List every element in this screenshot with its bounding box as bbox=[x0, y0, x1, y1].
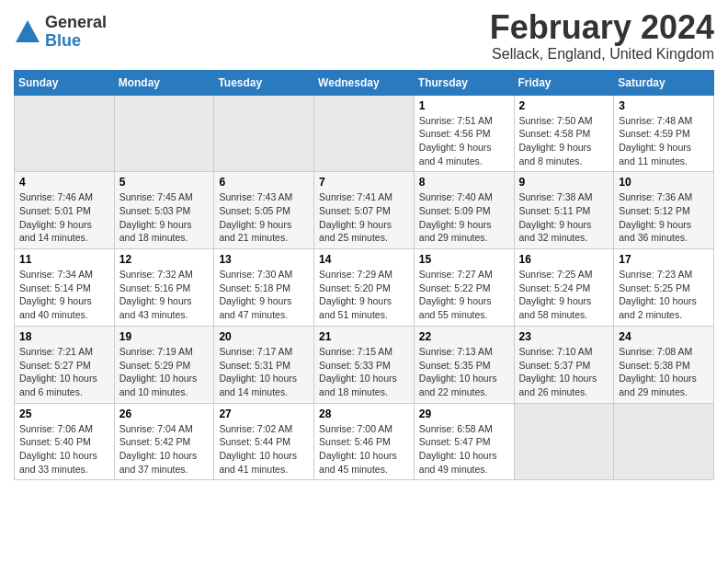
calendar-cell: 25Sunrise: 7:06 AMSunset: 5:40 PMDayligh… bbox=[15, 403, 115, 480]
weekday-header-sunday: Sunday bbox=[15, 70, 115, 95]
calendar-cell: 21Sunrise: 7:15 AMSunset: 5:33 PMDayligh… bbox=[314, 326, 415, 403]
day-info: Sunrise: 7:04 AMSunset: 5:42 PMDaylight:… bbox=[119, 422, 210, 477]
day-number: 14 bbox=[319, 253, 409, 266]
calendar-cell: 1Sunrise: 7:51 AMSunset: 4:56 PMDaylight… bbox=[414, 95, 514, 172]
day-info: Sunrise: 7:19 AMSunset: 5:29 PMDaylight:… bbox=[119, 345, 210, 399]
calendar-cell: 23Sunrise: 7:10 AMSunset: 5:37 PMDayligh… bbox=[514, 326, 614, 403]
day-info: Sunrise: 7:34 AMSunset: 5:14 PMDaylight:… bbox=[19, 268, 109, 322]
day-info: Sunrise: 7:32 AMSunset: 5:16 PMDaylight:… bbox=[119, 268, 210, 322]
day-info: Sunrise: 7:30 AMSunset: 5:18 PMDaylight:… bbox=[219, 268, 309, 322]
day-info: Sunrise: 7:15 AMSunset: 5:33 PMDaylight:… bbox=[319, 345, 409, 399]
calendar-cell: 12Sunrise: 7:32 AMSunset: 5:16 PMDayligh… bbox=[114, 249, 214, 327]
calendar-cell bbox=[314, 95, 415, 172]
calendar-cell bbox=[214, 95, 314, 172]
calendar-cell bbox=[114, 95, 214, 172]
day-info: Sunrise: 7:50 AMSunset: 4:58 PMDaylight:… bbox=[519, 114, 609, 168]
day-number: 24 bbox=[619, 330, 709, 343]
day-number: 15 bbox=[419, 253, 509, 266]
day-number: 10 bbox=[619, 176, 709, 189]
day-number: 29 bbox=[419, 408, 509, 420]
calendar-week-5: 25Sunrise: 7:06 AMSunset: 5:40 PMDayligh… bbox=[15, 403, 714, 480]
calendar-cell: 3Sunrise: 7:48 AMSunset: 4:59 PMDaylight… bbox=[614, 95, 714, 172]
calendar-cell: 2Sunrise: 7:50 AMSunset: 4:58 PMDaylight… bbox=[514, 95, 614, 172]
calendar-cell: 16Sunrise: 7:25 AMSunset: 5:24 PMDayligh… bbox=[514, 249, 614, 327]
calendar-cell: 15Sunrise: 7:27 AMSunset: 5:22 PMDayligh… bbox=[414, 249, 514, 327]
calendar-cell: 11Sunrise: 7:34 AMSunset: 5:14 PMDayligh… bbox=[15, 249, 115, 327]
calendar-title: February 2024 bbox=[490, 9, 714, 46]
calendar-week-4: 18Sunrise: 7:21 AMSunset: 5:27 PMDayligh… bbox=[15, 326, 714, 403]
day-info: Sunrise: 7:40 AMSunset: 5:09 PMDaylight:… bbox=[419, 190, 509, 245]
calendar-cell bbox=[614, 403, 714, 480]
calendar-cell: 22Sunrise: 7:13 AMSunset: 5:35 PMDayligh… bbox=[414, 326, 514, 403]
day-number: 18 bbox=[19, 330, 109, 343]
calendar-body: 1Sunrise: 7:51 AMSunset: 4:56 PMDaylight… bbox=[15, 95, 714, 480]
day-number: 23 bbox=[519, 330, 609, 343]
day-number: 13 bbox=[219, 253, 309, 266]
calendar-location: Sellack, England, United Kingdom bbox=[490, 46, 714, 63]
calendar-cell: 17Sunrise: 7:23 AMSunset: 5:25 PMDayligh… bbox=[614, 249, 714, 327]
calendar-cell: 27Sunrise: 7:02 AMSunset: 5:44 PMDayligh… bbox=[214, 403, 314, 480]
day-info: Sunrise: 7:10 AMSunset: 5:37 PMDaylight:… bbox=[519, 345, 609, 399]
calendar-cell: 4Sunrise: 7:46 AMSunset: 5:01 PMDaylight… bbox=[15, 172, 115, 249]
day-info: Sunrise: 7:02 AMSunset: 5:44 PMDaylight:… bbox=[219, 422, 309, 477]
day-info: Sunrise: 7:46 AMSunset: 5:01 PMDaylight:… bbox=[19, 190, 109, 245]
day-info: Sunrise: 7:38 AMSunset: 5:11 PMDaylight:… bbox=[519, 190, 609, 245]
calendar-cell: 13Sunrise: 7:30 AMSunset: 5:18 PMDayligh… bbox=[214, 249, 314, 327]
day-number: 17 bbox=[619, 253, 709, 266]
day-info: Sunrise: 7:06 AMSunset: 5:40 PMDaylight:… bbox=[19, 422, 109, 477]
calendar-table: SundayMondayTuesdayWednesdayThursdayFrid… bbox=[14, 70, 714, 481]
day-number: 9 bbox=[519, 176, 609, 189]
day-info: Sunrise: 7:36 AMSunset: 5:12 PMDaylight:… bbox=[619, 190, 709, 245]
calendar-cell: 18Sunrise: 7:21 AMSunset: 5:27 PMDayligh… bbox=[15, 326, 115, 403]
calendar-week-3: 11Sunrise: 7:34 AMSunset: 5:14 PMDayligh… bbox=[15, 249, 714, 327]
day-number: 6 bbox=[219, 176, 309, 189]
calendar-cell: 29Sunrise: 6:58 AMSunset: 5:47 PMDayligh… bbox=[414, 403, 514, 480]
calendar-cell: 20Sunrise: 7:17 AMSunset: 5:31 PMDayligh… bbox=[214, 326, 314, 403]
calendar-cell bbox=[514, 403, 614, 480]
calendar-cell: 14Sunrise: 7:29 AMSunset: 5:20 PMDayligh… bbox=[314, 249, 415, 327]
calendar-cell: 28Sunrise: 7:00 AMSunset: 5:46 PMDayligh… bbox=[314, 403, 415, 480]
weekday-header-friday: Friday bbox=[514, 70, 614, 95]
weekday-header-wednesday: Wednesday bbox=[314, 70, 415, 95]
day-info: Sunrise: 7:17 AMSunset: 5:31 PMDaylight:… bbox=[219, 345, 309, 399]
title-area: February 2024 Sellack, England, United K… bbox=[490, 9, 714, 63]
day-info: Sunrise: 7:41 AMSunset: 5:07 PMDaylight:… bbox=[319, 190, 409, 245]
day-number: 3 bbox=[619, 99, 709, 112]
weekday-header-monday: Monday bbox=[114, 70, 214, 95]
day-info: Sunrise: 7:45 AMSunset: 5:03 PMDaylight:… bbox=[119, 190, 210, 245]
weekday-header-thursday: Thursday bbox=[414, 70, 514, 95]
logo-icon bbox=[14, 18, 41, 46]
day-info: Sunrise: 7:08 AMSunset: 5:38 PMDaylight:… bbox=[619, 345, 709, 399]
calendar-cell: 6Sunrise: 7:43 AMSunset: 5:05 PMDaylight… bbox=[214, 172, 314, 249]
day-info: Sunrise: 7:29 AMSunset: 5:20 PMDaylight:… bbox=[319, 268, 409, 322]
calendar-cell: 9Sunrise: 7:38 AMSunset: 5:11 PMDaylight… bbox=[514, 172, 614, 249]
calendar-cell: 19Sunrise: 7:19 AMSunset: 5:29 PMDayligh… bbox=[114, 326, 214, 403]
weekday-header-tuesday: Tuesday bbox=[214, 70, 314, 95]
calendar-cell: 10Sunrise: 7:36 AMSunset: 5:12 PMDayligh… bbox=[614, 172, 714, 249]
day-info: Sunrise: 7:51 AMSunset: 4:56 PMDaylight:… bbox=[419, 114, 509, 168]
day-number: 22 bbox=[419, 330, 509, 343]
day-number: 20 bbox=[219, 330, 309, 343]
day-number: 25 bbox=[19, 408, 109, 420]
day-number: 12 bbox=[119, 253, 210, 266]
day-number: 7 bbox=[319, 176, 409, 189]
day-number: 19 bbox=[119, 330, 210, 343]
calendar-week-1: 1Sunrise: 7:51 AMSunset: 4:56 PMDaylight… bbox=[15, 95, 714, 172]
calendar-cell bbox=[15, 95, 115, 172]
calendar-cell: 26Sunrise: 7:04 AMSunset: 5:42 PMDayligh… bbox=[114, 403, 214, 480]
calendar-cell: 24Sunrise: 7:08 AMSunset: 5:38 PMDayligh… bbox=[614, 326, 714, 403]
logo-blue-text: Blue bbox=[45, 32, 107, 51]
day-info: Sunrise: 7:21 AMSunset: 5:27 PMDaylight:… bbox=[19, 345, 109, 399]
day-info: Sunrise: 6:58 AMSunset: 5:47 PMDaylight:… bbox=[419, 422, 509, 477]
day-number: 11 bbox=[19, 253, 109, 266]
day-info: Sunrise: 7:43 AMSunset: 5:05 PMDaylight:… bbox=[219, 190, 309, 245]
logo-general-text: General bbox=[45, 14, 107, 32]
calendar-header: SundayMondayTuesdayWednesdayThursdayFrid… bbox=[15, 70, 714, 95]
day-number: 4 bbox=[19, 176, 109, 189]
day-number: 26 bbox=[119, 408, 210, 420]
weekday-header-row: SundayMondayTuesdayWednesdayThursdayFrid… bbox=[15, 70, 714, 95]
calendar-cell: 8Sunrise: 7:40 AMSunset: 5:09 PMDaylight… bbox=[414, 172, 514, 249]
logo: General Blue bbox=[14, 14, 107, 51]
day-number: 28 bbox=[319, 408, 409, 420]
day-number: 21 bbox=[319, 330, 409, 343]
